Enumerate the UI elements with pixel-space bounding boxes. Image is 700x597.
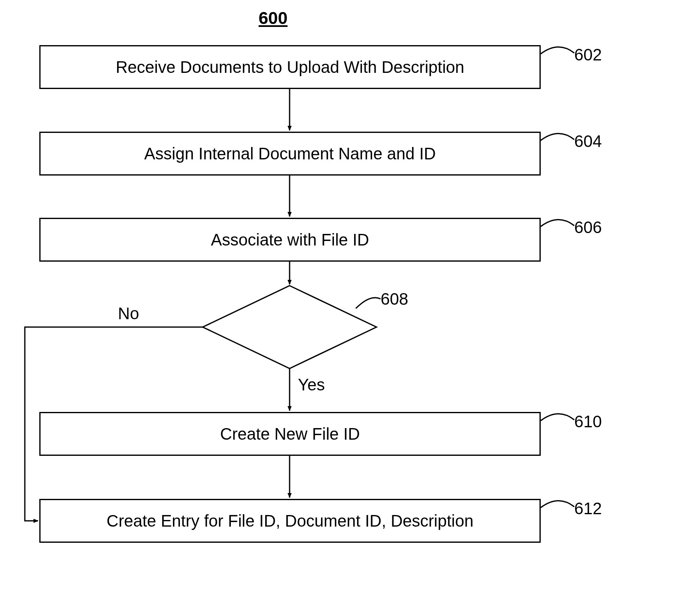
- flowchart-canvas: 600 Receive Documents to Upload With Des…: [0, 0, 700, 597]
- step-606-label: Associate with File ID: [211, 231, 369, 249]
- step-610: Create New File ID: [39, 412, 541, 456]
- edge-label-yes: Yes: [298, 376, 325, 394]
- step-604: Assign Internal Document Name and ID: [39, 132, 541, 176]
- ref-604: 604: [574, 132, 602, 151]
- ref-606: 606: [574, 218, 602, 237]
- step-612: Create Entry for File ID, Document ID, D…: [39, 499, 541, 543]
- decision-608-label: NewDestination?: [238, 308, 350, 344]
- edge-label-no: No: [118, 304, 139, 323]
- step-606: Associate with File ID: [39, 218, 541, 262]
- ref-610: 610: [574, 412, 602, 431]
- step-612-label: Create Entry for File ID, Document ID, D…: [107, 512, 474, 530]
- diagram-title: 600: [259, 8, 288, 28]
- ref-602: 602: [574, 46, 602, 64]
- step-602-label: Receive Documents to Upload With Descrip…: [116, 58, 465, 77]
- ref-612: 612: [574, 499, 602, 518]
- step-610-label: Create New File ID: [220, 425, 360, 443]
- step-602: Receive Documents to Upload With Descrip…: [39, 45, 541, 89]
- ref-608: 608: [381, 290, 408, 308]
- step-604-label: Assign Internal Document Name and ID: [144, 144, 436, 163]
